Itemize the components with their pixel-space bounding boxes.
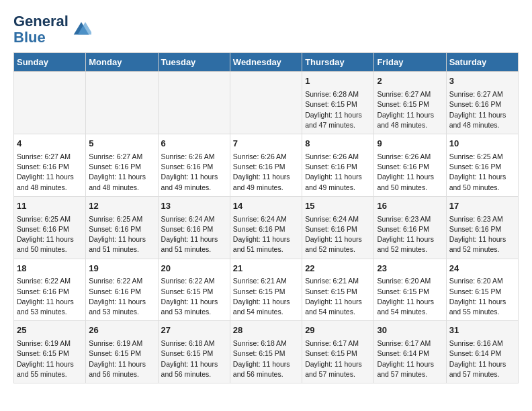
cell-content-line: Sunset: 6:15 PM [377, 99, 443, 109]
cell-content-line: Daylight: 11 hours [305, 297, 371, 307]
day-number: 21 [233, 263, 299, 275]
day-of-week-header: Wednesday [230, 53, 302, 72]
cell-content-line: and 54 minutes. [233, 307, 299, 317]
day-number: 30 [377, 324, 443, 337]
cell-content-line: Sunset: 6:16 PM [89, 224, 154, 234]
cell-content-line: and 49 minutes. [233, 183, 299, 193]
day-of-week-header: Friday [374, 53, 446, 72]
cell-content-line: Sunrise: 6:27 AM [377, 89, 443, 99]
day-number: 13 [161, 200, 227, 213]
cell-content-line: Daylight: 11 hours [377, 110, 443, 120]
day-number: 16 [377, 200, 443, 213]
calendar-cell: 19Sunrise: 6:22 AMSunset: 6:16 PMDayligh… [86, 259, 158, 321]
calendar-header: SundayMondayTuesdayWednesdayThursdayFrid… [14, 53, 519, 72]
cell-content-line: Daylight: 11 hours [17, 359, 83, 369]
day-number: 18 [17, 263, 83, 275]
cell-content-line: Sunset: 6:15 PM [233, 287, 299, 297]
calendar-cell: 6Sunrise: 6:26 AMSunset: 6:16 PMDaylight… [158, 134, 230, 197]
cell-content-line: and 54 minutes. [377, 307, 443, 317]
cell-content-line: Sunrise: 6:17 AM [305, 338, 371, 349]
cell-content-line: and 51 minutes. [233, 244, 299, 255]
day-of-week-header: Saturday [446, 53, 518, 72]
cell-content-line: Daylight: 11 hours [161, 172, 227, 182]
cell-content-line: and 56 minutes. [161, 369, 227, 379]
cell-content-line: Sunrise: 6:27 AM [89, 152, 154, 162]
calendar-cell: 7Sunrise: 6:26 AMSunset: 6:16 PMDaylight… [230, 134, 302, 197]
cell-content-line: Sunset: 6:15 PM [377, 287, 443, 297]
cell-content-line: Sunset: 6:16 PM [89, 287, 154, 297]
cell-content-line: Sunrise: 6:19 AM [17, 338, 83, 349]
cell-content-line: Sunrise: 6:23 AM [377, 214, 443, 224]
day-number: 14 [233, 200, 299, 213]
day-number: 31 [449, 324, 515, 337]
calendar-cell: 10Sunrise: 6:25 AMSunset: 6:16 PMDayligh… [446, 134, 518, 197]
day-number: 7 [233, 138, 299, 150]
calendar-week-row: 18Sunrise: 6:22 AMSunset: 6:16 PMDayligh… [14, 259, 519, 321]
cell-content-line: Daylight: 11 hours [161, 297, 227, 307]
cell-content-line: Daylight: 11 hours [305, 172, 371, 182]
cell-content-line: Sunset: 6:15 PM [161, 349, 227, 359]
cell-content-line: and 52 minutes. [305, 244, 371, 255]
day-of-week-header: Tuesday [158, 53, 230, 72]
cell-content-line: Daylight: 11 hours [377, 234, 443, 244]
cell-content-line: Daylight: 11 hours [161, 359, 227, 369]
cell-content-line: Sunset: 6:16 PM [161, 224, 227, 234]
calendar-cell: 1Sunrise: 6:28 AMSunset: 6:15 PMDaylight… [302, 72, 374, 134]
cell-content-line: and 48 minutes. [449, 120, 515, 130]
calendar-cell: 23Sunrise: 6:20 AMSunset: 6:15 PMDayligh… [374, 259, 446, 321]
cell-content-line: and 57 minutes. [305, 369, 371, 379]
cell-content-line: Sunset: 6:15 PM [449, 287, 515, 297]
calendar-cell: 24Sunrise: 6:20 AMSunset: 6:15 PMDayligh… [446, 259, 518, 321]
cell-content-line: Sunset: 6:16 PM [161, 162, 227, 172]
cell-content-line: Sunrise: 6:22 AM [17, 276, 83, 286]
cell-content-line: Daylight: 11 hours [449, 110, 515, 120]
cell-content-line: Sunset: 6:16 PM [449, 162, 515, 172]
day-number: 3 [449, 75, 515, 88]
calendar-cell [158, 72, 230, 134]
day-number: 1 [305, 75, 371, 88]
cell-content-line: Sunrise: 6:21 AM [305, 276, 371, 286]
calendar-cell: 27Sunrise: 6:18 AMSunset: 6:15 PMDayligh… [158, 321, 230, 383]
day-of-week-header: Thursday [302, 53, 374, 72]
cell-content-line: and 48 minutes. [17, 183, 83, 193]
cell-content-line: Sunrise: 6:25 AM [449, 152, 515, 162]
calendar-cell: 30Sunrise: 6:17 AMSunset: 6:14 PMDayligh… [374, 321, 446, 383]
calendar-week-row: 25Sunrise: 6:19 AMSunset: 6:15 PMDayligh… [14, 321, 519, 383]
cell-content-line: Sunset: 6:15 PM [305, 287, 371, 297]
day-number: 5 [89, 138, 154, 150]
calendar-cell [86, 72, 158, 134]
day-number: 15 [305, 200, 371, 213]
day-number: 27 [161, 324, 227, 337]
logo-text: General Blue [13, 13, 69, 46]
cell-content-line: Daylight: 11 hours [233, 172, 299, 182]
cell-content-line: and 49 minutes. [161, 183, 227, 193]
calendar-cell: 20Sunrise: 6:22 AMSunset: 6:15 PMDayligh… [158, 259, 230, 321]
calendar-cell: 17Sunrise: 6:23 AMSunset: 6:16 PMDayligh… [446, 196, 518, 259]
cell-content-line: Daylight: 11 hours [17, 234, 83, 244]
cell-content-line: Sunrise: 6:22 AM [161, 276, 227, 286]
day-of-week-header: Monday [86, 53, 158, 72]
cell-content-line: Sunset: 6:16 PM [449, 99, 515, 109]
page-header: General Blue [13, 13, 519, 46]
cell-content-line: Sunrise: 6:19 AM [89, 338, 154, 349]
cell-content-line: Sunset: 6:15 PM [305, 99, 371, 109]
day-number: 2 [377, 75, 443, 88]
cell-content-line: and 48 minutes. [377, 120, 443, 130]
cell-content-line: and 53 minutes. [161, 307, 227, 317]
cell-content-line: and 57 minutes. [449, 369, 515, 379]
cell-content-line: and 51 minutes. [161, 244, 227, 255]
logo: General Blue [13, 13, 91, 46]
cell-content-line: and 50 minutes. [17, 244, 83, 255]
cell-content-line: Sunset: 6:14 PM [377, 349, 443, 359]
day-number: 28 [233, 324, 299, 337]
cell-content-line: Daylight: 11 hours [89, 297, 154, 307]
cell-content-line: Sunrise: 6:21 AM [233, 276, 299, 286]
cell-content-line: and 48 minutes. [89, 183, 154, 193]
cell-content-line: Sunset: 6:16 PM [305, 224, 371, 234]
calendar-cell [14, 72, 86, 134]
cell-content-line: Sunrise: 6:22 AM [89, 276, 154, 286]
cell-content-line: Daylight: 11 hours [449, 172, 515, 182]
cell-content-line: Daylight: 11 hours [161, 234, 227, 244]
header-row: SundayMondayTuesdayWednesdayThursdayFrid… [14, 53, 519, 72]
day-number: 25 [17, 324, 83, 337]
